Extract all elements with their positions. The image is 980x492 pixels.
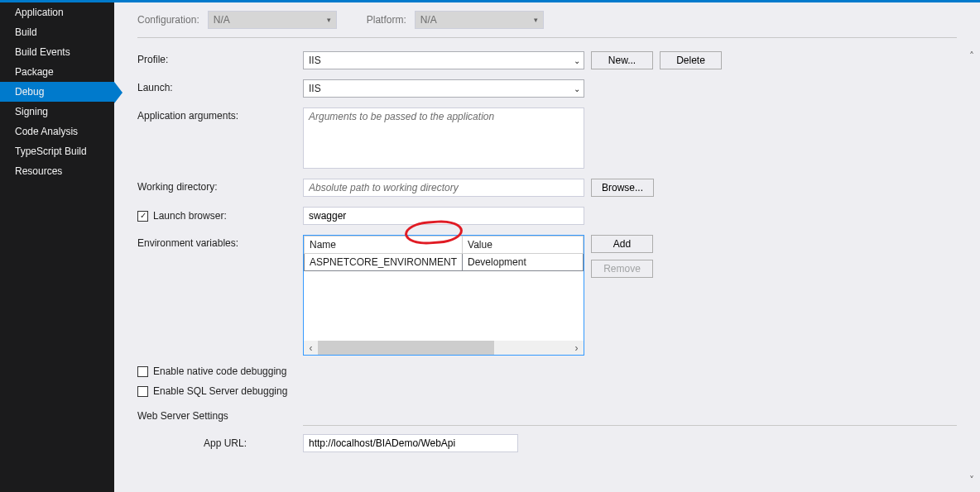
app-args-input[interactable]: [303, 107, 584, 169]
app-args-label: Application arguments:: [137, 107, 303, 122]
chevron-down-icon: ⌄: [574, 56, 580, 65]
launch-value: IIS: [309, 83, 321, 94]
sidebar-item-build[interactable]: Build: [0, 22, 114, 42]
chevron-down-icon: ▾: [327, 16, 331, 24]
sidebar-item-label: Application: [15, 7, 64, 18]
sidebar-item-debug[interactable]: Debug: [0, 82, 114, 102]
enable-native-label: Enable native code debugging: [153, 365, 286, 377]
scroll-left-icon[interactable]: ‹: [304, 341, 318, 355]
horizontal-scrollbar[interactable]: ‹ ›: [304, 341, 584, 355]
profile-value: IIS: [309, 55, 321, 66]
launch-browser-checkbox[interactable]: ✓ Launch browser:: [137, 210, 227, 222]
sidebar-item-label: Code Analysis: [15, 126, 78, 137]
scroll-down-icon[interactable]: ˅: [964, 473, 978, 487]
profile-dropdown[interactable]: IIS ⌄: [303, 51, 584, 69]
working-directory-input[interactable]: [303, 179, 584, 197]
sidebar-item-resources[interactable]: Resources: [0, 161, 114, 181]
sidebar-item-label: Build: [15, 26, 37, 38]
sidebar-item-label: Signing: [15, 106, 48, 117]
env-row-name: ASPNETCORE_ENVIRONMENT: [305, 254, 463, 271]
sidebar-item-label: Resources: [15, 165, 62, 177]
table-row[interactable]: ASPNETCORE_ENVIRONMENT Development: [305, 254, 584, 271]
new-button[interactable]: New...: [591, 51, 653, 69]
env-vars-label: Environment variables:: [137, 235, 303, 249]
sidebar-item-label: Build Events: [15, 46, 70, 58]
profile-label: Profile:: [137, 51, 303, 65]
chevron-down-icon: ▾: [534, 16, 538, 24]
launch-label: Launch:: [137, 79, 303, 93]
app-url-input[interactable]: [303, 434, 518, 452]
browse-button[interactable]: Browse...: [591, 179, 654, 197]
env-vars-table[interactable]: Name Value ASPNETCORE_ENVIRONMENT Develo…: [303, 235, 584, 356]
working-directory-label: Working directory:: [137, 179, 303, 193]
env-col-value: Value: [463, 236, 584, 254]
sidebar-item-build-events[interactable]: Build Events: [0, 42, 114, 62]
checkbox-icon: [137, 386, 148, 397]
sidebar-item-typescript-build[interactable]: TypeScript Build: [0, 141, 114, 161]
platform-value: N/A: [420, 14, 437, 26]
chevron-down-icon: ⌄: [574, 84, 580, 93]
scroll-right-icon[interactable]: ›: [569, 341, 584, 355]
add-button[interactable]: Add: [591, 235, 653, 253]
sidebar-item-label: Debug: [15, 86, 44, 98]
configuration-dropdown: N/A ▾: [208, 11, 337, 29]
scroll-up-icon[interactable]: ˄: [964, 49, 978, 63]
enable-sqlserver-debugging-checkbox[interactable]: Enable SQL Server debugging: [137, 385, 287, 397]
launch-browser-label: Launch browser:: [153, 210, 227, 222]
sidebar-item-label: Package: [15, 66, 54, 78]
sidebar-item-code-analysis[interactable]: Code Analysis: [0, 122, 114, 141]
checkbox-icon: ✓: [137, 211, 148, 222]
env-row-value: Development: [463, 254, 584, 271]
sidebar-item-application[interactable]: Application: [0, 2, 114, 22]
app-url-label: App URL:: [204, 437, 303, 449]
configuration-value: N/A: [214, 14, 230, 26]
launch-browser-input[interactable]: [303, 207, 584, 225]
content-pane: Configuration: N/A ▾ Platform: N/A ▾ Pro…: [114, 2, 980, 492]
web-server-settings-title: Web Server Settings: [137, 410, 957, 422]
delete-button[interactable]: Delete: [660, 51, 722, 69]
platform-label: Platform:: [367, 14, 406, 26]
enable-sqlserver-label: Enable SQL Server debugging: [153, 385, 287, 397]
launch-dropdown[interactable]: IIS ⌄: [303, 79, 584, 98]
enable-native-debugging-checkbox[interactable]: Enable native code debugging: [137, 365, 286, 377]
sidebar-item-signing[interactable]: Signing: [0, 102, 114, 122]
vertical-scrollbar[interactable]: ˄ ˅: [964, 49, 978, 487]
sidebar: Application Build Build Events Package D…: [0, 2, 114, 492]
checkbox-icon: [137, 366, 148, 377]
remove-button: Remove: [591, 260, 653, 278]
platform-dropdown: N/A ▾: [415, 11, 544, 29]
configuration-label: Configuration:: [137, 14, 199, 26]
sidebar-item-package[interactable]: Package: [0, 62, 114, 82]
sidebar-item-label: TypeScript Build: [15, 146, 87, 157]
env-col-name: Name: [305, 236, 463, 254]
